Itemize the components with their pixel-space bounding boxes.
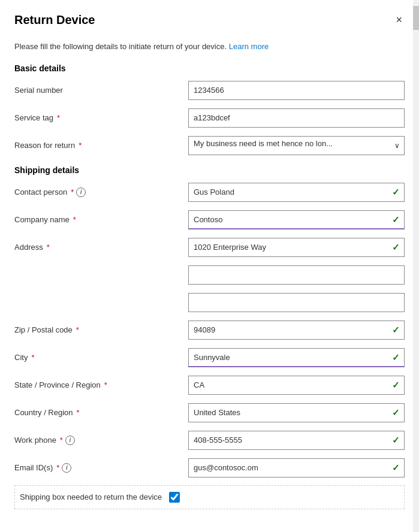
state-check-icon: ✓ xyxy=(392,380,400,391)
address-line3-input[interactable] xyxy=(188,293,405,312)
close-button[interactable]: × xyxy=(393,12,405,28)
modal-title: Return Device xyxy=(14,13,95,27)
email-check-icon: ✓ xyxy=(392,463,400,473)
address-line1-input[interactable] xyxy=(188,238,405,257)
service-tag-required: * xyxy=(57,113,60,122)
shipping-box-row: Shipping box needed to return the device xyxy=(14,485,405,509)
zip-check-icon: ✓ xyxy=(392,325,400,335)
state-required: * xyxy=(104,380,107,389)
address-row: Address * ✓ xyxy=(14,237,405,258)
work-phone-info-icon[interactable]: i xyxy=(65,436,75,445)
company-required: * xyxy=(73,215,76,224)
serial-number-label: Serial number xyxy=(14,86,188,95)
work-phone-label: Work phone * i xyxy=(14,436,188,445)
zip-postal-row: Zip / Postal code * ✓ xyxy=(14,320,405,340)
contact-check-icon: ✓ xyxy=(392,187,400,198)
country-check-icon: ✓ xyxy=(392,407,400,418)
serial-number-input[interactable] xyxy=(188,81,405,100)
state-input[interactable] xyxy=(188,376,405,395)
email-info-icon[interactable]: i xyxy=(62,463,71,473)
city-row: City * ✓ xyxy=(14,347,405,368)
contact-person-label: Contact person * i xyxy=(14,188,188,197)
work-phone-input-wrapper: ✓ xyxy=(188,431,405,450)
basic-details-section-title: Basic details xyxy=(14,64,405,73)
return-device-modal: Return Device × Please fill the followin… xyxy=(0,0,419,532)
company-name-input[interactable] xyxy=(188,210,405,229)
zip-required: * xyxy=(76,325,79,334)
address-input-wrapper: ✓ xyxy=(188,238,405,257)
email-ids-label: Email ID(s) * i xyxy=(14,463,188,473)
contact-person-input-wrapper: ✓ xyxy=(188,183,405,202)
work-phone-input[interactable] xyxy=(188,431,405,450)
learn-more-link[interactable]: Learn more xyxy=(229,42,269,51)
contact-person-row: Contact person * i ✓ xyxy=(14,182,405,202)
company-check-icon: ✓ xyxy=(392,214,400,225)
reason-for-return-label: Reason for return * xyxy=(14,141,188,150)
company-name-row: Company name * ✓ xyxy=(14,210,405,230)
reason-for-return-row: Reason for return * My business need is … xyxy=(14,135,405,156)
company-name-input-wrapper: ✓ xyxy=(188,210,405,229)
country-input-wrapper: ✓ xyxy=(188,403,405,422)
email-input-wrapper: ✓ xyxy=(188,458,405,477)
contact-required: * xyxy=(71,188,74,197)
city-input-wrapper: ✓ xyxy=(188,348,405,367)
shipping-box-label: Shipping box needed to return the device xyxy=(20,492,162,501)
email-required: * xyxy=(56,463,59,472)
zip-postal-input[interactable] xyxy=(188,321,405,340)
work-phone-check-icon: ✓ xyxy=(392,435,400,446)
serial-number-row: Serial number xyxy=(14,80,405,101)
shipping-details-section-title: Shipping details xyxy=(14,165,405,175)
modal-header: Return Device × xyxy=(0,0,419,34)
state-label: State / Province / Region * xyxy=(14,380,188,389)
city-input[interactable] xyxy=(188,348,405,367)
modal-body: Please fill the following details to ini… xyxy=(0,34,419,532)
service-tag-input[interactable] xyxy=(188,108,405,128)
city-label: City * xyxy=(14,353,188,362)
reason-dropdown-wrapper: My business need is met hence no lon... … xyxy=(188,136,405,155)
zip-input-wrapper: ✓ xyxy=(188,321,405,340)
email-ids-row: Email ID(s) * i ✓ xyxy=(14,458,405,478)
city-check-icon: ✓ xyxy=(392,352,400,363)
state-input-wrapper: ✓ xyxy=(188,376,405,395)
service-tag-label: Service tag * xyxy=(14,113,188,122)
email-input[interactable] xyxy=(188,458,405,477)
address-required: * xyxy=(47,243,50,252)
company-name-label: Company name * xyxy=(14,215,188,224)
address-line3-row xyxy=(14,292,405,313)
service-tag-row: Service tag * xyxy=(14,108,405,128)
contact-info-icon[interactable]: i xyxy=(76,188,86,197)
city-required: * xyxy=(31,353,34,362)
address-label: Address * xyxy=(14,243,188,252)
zip-postal-label: Zip / Postal code * xyxy=(14,325,188,334)
state-row: State / Province / Region * ✓ xyxy=(14,375,405,395)
work-phone-required: * xyxy=(60,436,63,445)
country-required: * xyxy=(77,408,80,417)
address-line2-input[interactable] xyxy=(188,265,405,285)
scrollbar-thumb[interactable] xyxy=(413,6,419,30)
country-label: Country / Region * xyxy=(14,408,188,417)
work-phone-row: Work phone * i ✓ xyxy=(14,430,405,451)
country-input[interactable] xyxy=(188,403,405,422)
country-row: Country / Region * ✓ xyxy=(14,403,405,423)
contact-person-input[interactable] xyxy=(188,183,405,202)
description-text: Please fill the following details to ini… xyxy=(14,41,405,53)
reason-dropdown[interactable]: My business need is met hence no lon... xyxy=(188,136,405,155)
scrollbar-track[interactable] xyxy=(413,0,419,532)
address-line2-row xyxy=(14,265,405,285)
shipping-box-checkbox[interactable] xyxy=(169,492,180,503)
address-check-icon: ✓ xyxy=(392,242,400,253)
reason-required: * xyxy=(79,141,82,150)
